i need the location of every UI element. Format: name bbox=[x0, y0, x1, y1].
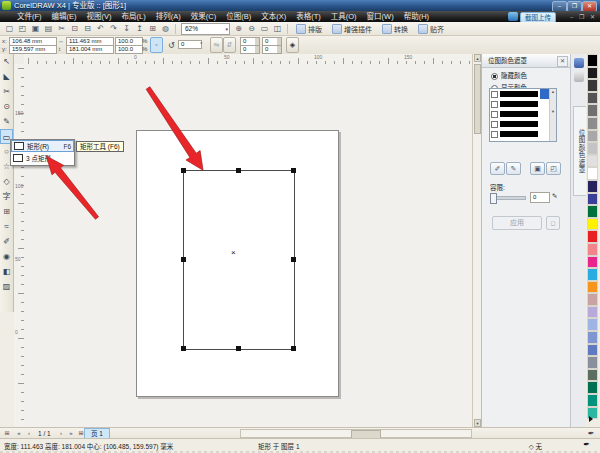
selection-handle[interactable] bbox=[236, 346, 241, 351]
freehand-tool[interactable]: ✎ bbox=[0, 114, 13, 129]
palette-swatch-13[interactable] bbox=[587, 218, 598, 231]
flyout-item-rectangle[interactable]: 矩形(R) F6 bbox=[11, 140, 74, 152]
palette-swatch-6[interactable] bbox=[587, 130, 598, 143]
selection-handle[interactable] bbox=[181, 257, 186, 262]
palette-swatch-15[interactable] bbox=[587, 243, 598, 256]
drawn-rectangle[interactable] bbox=[183, 170, 295, 350]
selection-handle[interactable] bbox=[181, 346, 186, 351]
palette-swatch-20[interactable] bbox=[587, 306, 598, 319]
palette-swatch-11[interactable] bbox=[587, 193, 598, 206]
selection-handle[interactable] bbox=[236, 168, 241, 173]
first-page-icon[interactable]: « bbox=[14, 429, 24, 438]
vertical-scroll-thumb[interactable] bbox=[474, 64, 481, 134]
cut-icon[interactable]: ✂ bbox=[56, 23, 68, 35]
palette-swatch-4[interactable] bbox=[587, 104, 598, 117]
new-icon[interactable]: ▢ bbox=[4, 23, 16, 35]
shape-tool[interactable]: ◣ bbox=[0, 69, 13, 84]
palette-swatch-7[interactable] bbox=[587, 142, 598, 155]
pick-tool[interactable]: ↖ bbox=[0, 54, 13, 69]
menu-item-7[interactable]: 文本(X) bbox=[256, 11, 291, 22]
zoom-in-icon[interactable]: ⊕ bbox=[233, 23, 245, 35]
palette-swatch-17[interactable] bbox=[587, 268, 598, 281]
selection-handle[interactable] bbox=[291, 257, 296, 262]
hide-colors-radio[interactable]: 隐藏颜色 bbox=[488, 72, 570, 80]
checkbox-icon[interactable] bbox=[491, 121, 498, 128]
list-scrollbar[interactable]: ▲▼ bbox=[549, 89, 556, 141]
tolerance-slider-thumb[interactable] bbox=[490, 193, 497, 204]
menu-item-10[interactable]: 窗口(W) bbox=[362, 11, 399, 22]
mirror-horizontal-button[interactable]: ⇋ bbox=[210, 37, 223, 53]
palette-swatch-3[interactable] bbox=[587, 92, 598, 105]
scale-v-field[interactable]: 100.0 bbox=[115, 45, 143, 54]
save-mask-button[interactable]: ▣ bbox=[530, 162, 545, 175]
mask-color-row[interactable]: 0 bbox=[490, 99, 556, 109]
edit-color-button[interactable]: ✎ bbox=[506, 162, 521, 175]
palette-swatch-19[interactable] bbox=[587, 293, 598, 306]
zoom-page-icon[interactable]: ▭ bbox=[259, 23, 271, 35]
last-page-icon[interactable]: » bbox=[66, 429, 76, 438]
palette-swatch-1[interactable] bbox=[587, 67, 598, 80]
palette-swatch-25[interactable] bbox=[587, 369, 598, 382]
palette-swatch-10[interactable] bbox=[587, 180, 598, 193]
palette-swatch-24[interactable] bbox=[587, 356, 598, 369]
palette-swatch-8[interactable] bbox=[587, 155, 598, 168]
apply-button[interactable]: 应用 bbox=[492, 216, 542, 230]
open-mask-button[interactable]: ◰ bbox=[546, 162, 561, 175]
zoom-level-combo[interactable]: 62% ▾ bbox=[181, 23, 230, 35]
palette-swatch-5[interactable] bbox=[587, 117, 598, 130]
object-height-field[interactable]: 181.004 mm bbox=[66, 45, 114, 54]
palette-swatch-9[interactable] bbox=[587, 167, 598, 180]
menu-item-0[interactable]: 文件(F) bbox=[12, 11, 47, 22]
menu-item-4[interactable]: 排列(A) bbox=[151, 11, 186, 22]
text-tool[interactable]: 字 bbox=[0, 189, 13, 204]
menu-item-9[interactable]: 工具(O) bbox=[326, 11, 362, 22]
collapse-docker-icon[interactable] bbox=[574, 72, 584, 82]
mirror-vertical-button[interactable]: ⇵ bbox=[223, 37, 236, 53]
import-icon[interactable]: ↧ bbox=[121, 23, 133, 35]
toolbar-button-0[interactable]: 排版 bbox=[292, 23, 326, 35]
mask-color-row[interactable]: 0 bbox=[490, 89, 556, 99]
document-window-controls[interactable]: – ❐ ✕ bbox=[570, 13, 597, 20]
palette-swatch-12[interactable] bbox=[587, 205, 598, 218]
palette-flyout-arrow[interactable] bbox=[589, 416, 593, 422]
selection-handle[interactable] bbox=[291, 168, 296, 173]
scroll-up-icon[interactable]: ▲ bbox=[474, 54, 481, 62]
copy-icon[interactable]: ⊡ bbox=[69, 23, 81, 35]
drawing-canvas[interactable]: × bbox=[24, 64, 472, 427]
palette-swatch-27[interactable] bbox=[587, 394, 598, 407]
y-position-field[interactable]: 159.597 mm bbox=[9, 45, 57, 54]
menu-item-3[interactable]: 布局(L) bbox=[117, 11, 151, 22]
basic-shapes-tool[interactable]: ◇ bbox=[0, 174, 13, 189]
print-icon[interactable]: ▤ bbox=[43, 23, 55, 35]
toolbar-button-3[interactable]: 贴齐 bbox=[414, 23, 448, 35]
corel-online-icon[interactable]: ◍ bbox=[160, 23, 172, 35]
redo-icon[interactable]: ↷ bbox=[108, 23, 120, 35]
eyedropper-tool[interactable]: ✐ bbox=[0, 234, 13, 249]
object-center-mark[interactable]: × bbox=[231, 249, 236, 257]
selection-handle[interactable] bbox=[181, 168, 186, 173]
app-launcher-icon[interactable]: ⊞ bbox=[147, 23, 159, 35]
palette-swatch-2[interactable] bbox=[587, 79, 598, 92]
checkbox-icon[interactable] bbox=[491, 91, 498, 98]
docker-close-icon[interactable]: ✕ bbox=[557, 56, 568, 67]
fill-tool[interactable]: ◧ bbox=[0, 264, 13, 279]
mask-color-row[interactable]: 0 bbox=[490, 109, 556, 119]
horizontal-scrollbar[interactable] bbox=[240, 429, 472, 438]
pen-icon[interactable]: ✒ bbox=[586, 429, 596, 438]
next-page-icon[interactable]: › bbox=[56, 429, 66, 438]
tolerance-value-field[interactable]: 0 bbox=[530, 192, 550, 203]
export-icon[interactable]: ↥ bbox=[134, 23, 146, 35]
eyedropper-button[interactable]: ✐ bbox=[490, 162, 505, 175]
corner-radius-br-field[interactable]: 0 bbox=[262, 45, 282, 54]
toolbar-button-2[interactable]: 转换 bbox=[378, 23, 412, 35]
open-icon[interactable]: ◰ bbox=[17, 23, 29, 35]
paste-icon[interactable]: ⊟ bbox=[82, 23, 94, 35]
undo-icon[interactable]: ↶ bbox=[95, 23, 107, 35]
crop-tool[interactable]: ✂ bbox=[0, 84, 13, 99]
palette-swatch-22[interactable] bbox=[587, 331, 598, 344]
corner-radius-bl-field[interactable]: 0 bbox=[240, 45, 260, 54]
checkbox-icon[interactable] bbox=[491, 111, 498, 118]
add-page-icon[interactable]: ⊞ bbox=[2, 429, 12, 438]
rotation-angle-field[interactable]: 0 bbox=[178, 40, 202, 49]
palette-swatch-16[interactable] bbox=[587, 256, 598, 269]
